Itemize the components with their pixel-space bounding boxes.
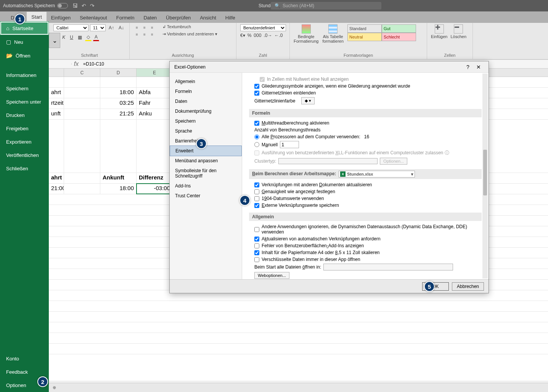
web-options-button[interactable]: Weboptionen... [254, 272, 289, 279]
tab-einfuegen[interactable]: Einfügen [47, 13, 75, 23]
bs-veroeffentlichen[interactable]: Veröffentlichen [0, 149, 49, 162]
chk-1904-dates[interactable] [254, 196, 259, 201]
radio-all-cpu[interactable] [254, 134, 259, 139]
col-d[interactable]: D [100, 69, 137, 77]
collapse-handle[interactable]: ⌄ [49, 33, 60, 48]
startup-folder-input[interactable] [323, 264, 453, 270]
gridline-color-picker[interactable]: ◆ ▾ [301, 97, 315, 104]
font-size-select[interactable]: 11 [90, 24, 106, 31]
decrease-font-icon[interactable]: A↓ [117, 24, 125, 31]
col-c[interactable]: C [64, 69, 100, 77]
bs-oeffnen[interactable]: 📂Öffnen [0, 49, 49, 62]
tab-formeln[interactable]: Formeln [112, 13, 139, 23]
fx-icon[interactable]: fx [72, 61, 81, 67]
style-schlecht[interactable]: Schlecht [382, 33, 416, 41]
toggle-switch-icon[interactable] [57, 3, 68, 8]
radio-manual-threads[interactable] [254, 142, 259, 147]
nav-trust[interactable]: Trust Center [170, 191, 242, 201]
dec-decimal-icon[interactable]: ←.0 [274, 33, 283, 38]
selected-cell[interactable]: -03:00 [137, 184, 173, 194]
chk-precision[interactable] [254, 189, 259, 194]
chk-autolinks-ask[interactable] [254, 237, 259, 242]
tab-ansicht[interactable]: Ansicht [195, 13, 221, 23]
autosave-toggle[interactable]: Automatisches Speichern [3, 3, 68, 8]
redo-icon[interactable]: ↷ [90, 3, 95, 9]
nav-menueband[interactable]: Menüband anpassen [170, 156, 242, 166]
wrap-text-button[interactable]: ↲ Textumbruch [162, 24, 217, 29]
delete-cells-button[interactable]: ➖Löschen [450, 24, 466, 39]
chk-multithread[interactable] [254, 121, 259, 126]
border-icon[interactable]: ▦ [76, 34, 84, 41]
chk-gridlines[interactable] [254, 91, 259, 96]
underline-icon[interactable]: U [68, 34, 75, 41]
tab-seitenlayout[interactable]: Seitenlayout [75, 13, 112, 23]
bs-informationen[interactable]: Informationen [0, 69, 49, 82]
help-button[interactable]: ? [463, 64, 473, 70]
nav-daten[interactable]: Daten [170, 96, 242, 106]
bs-neu[interactable]: ▢Neu [0, 35, 49, 49]
inc-decimal-icon[interactable]: .0→ [264, 33, 272, 38]
tab-ueberpruefen[interactable]: Überprüfen [161, 13, 195, 23]
bs-speichern-unter[interactable]: Speichern unter [0, 95, 49, 109]
currency-icon[interactable]: €▾ [240, 33, 245, 38]
percent-icon[interactable]: % [247, 33, 252, 38]
style-standard[interactable]: Standard [347, 24, 382, 33]
font-color-icon[interactable]: A [93, 34, 99, 41]
nav-sprache[interactable]: Sprache [170, 126, 242, 136]
font-name-select[interactable]: Calibri [53, 24, 88, 31]
name-box[interactable] [49, 63, 72, 65]
nav-formeln[interactable]: Formeln [170, 86, 242, 96]
nav-allgemein[interactable]: Allgemein [170, 77, 242, 86]
comma-icon[interactable]: 000 [254, 33, 261, 38]
chk-encrypted[interactable] [254, 257, 259, 262]
search-box[interactable]: 🔍 Suchen (Alt+M) [271, 2, 381, 10]
increase-font-icon[interactable]: A↑ [107, 24, 116, 31]
undo-icon[interactable]: ↶ [82, 3, 86, 9]
dialog-scrollbar[interactable] [482, 74, 488, 278]
nav-dokumentpruefung[interactable]: Dokumentprüfung [170, 106, 242, 116]
align-bot-icon[interactable]: ≡ [149, 24, 156, 30]
chk-zero[interactable] [260, 77, 265, 82]
conditional-formatting-button[interactable]: Bedingte Formatierung [294, 24, 318, 43]
insert-cells-button[interactable]: ➕Einfügen [431, 24, 447, 39]
bs-freigeben[interactable]: Freigeben [0, 122, 49, 135]
bs-schliessen[interactable]: Schließen [0, 162, 49, 175]
bs-startseite[interactable]: ⌂Startseite [0, 21, 49, 35]
nav-symbolleiste[interactable]: Symbolleiste für den Schnellzugriff [170, 166, 242, 181]
merge-center-button[interactable]: ⇥ Verbinden und zentrieren ▾ [162, 32, 217, 37]
align-right-icon[interactable]: ≡ [149, 31, 156, 37]
align-left-icon[interactable]: ≡ [133, 31, 140, 37]
style-neutral[interactable]: Neutral [347, 33, 382, 41]
align-top-icon[interactable]: ≡ [133, 24, 140, 30]
dialog-content[interactable]: In Zellen mit Nullwert eine Null anzeige… [242, 73, 489, 279]
bs-exportieren[interactable]: Exportieren [0, 135, 49, 149]
italic-icon[interactable]: K [61, 34, 67, 41]
chk-dde[interactable] [254, 227, 259, 232]
cancel-button[interactable]: Abbrechen [452, 282, 484, 291]
number-format-select[interactable]: Benutzerdefiniert [240, 24, 286, 31]
tab-daten[interactable]: Daten [139, 13, 161, 23]
bs-speichern[interactable]: Speichern [0, 82, 49, 95]
bs-drucken[interactable]: Drucken [0, 109, 49, 122]
bs-konto[interactable]: Konto [0, 352, 49, 365]
col-e[interactable]: E [137, 69, 173, 77]
format-as-table-button[interactable]: Als Tabelle formatieren [322, 24, 344, 43]
chk-update-links[interactable] [254, 182, 259, 187]
chk-addin-errors[interactable] [254, 243, 259, 248]
chk-outline-symbols[interactable] [254, 84, 259, 89]
new-sheet-icon[interactable]: ⊕ [53, 385, 56, 390]
select-all-corner[interactable] [49, 69, 64, 77]
manual-threads-input[interactable] [280, 141, 299, 148]
tab-hilfe[interactable]: Hilfe [221, 13, 240, 23]
chk-scale-paper[interactable] [254, 250, 259, 255]
workbook-select[interactable]: XStunden.xlsx▾ [339, 171, 415, 178]
save-icon[interactable]: 🖫 [72, 3, 78, 9]
align-center-icon[interactable]: ≡ [141, 31, 148, 37]
close-button[interactable]: ✕ [473, 64, 484, 70]
fill-color-icon[interactable]: ◇ [85, 34, 92, 41]
nav-erweitert[interactable]: Erweitert [170, 146, 242, 156]
align-mid-icon[interactable]: ≡ [141, 24, 148, 30]
style-gut[interactable]: Gut [382, 24, 416, 33]
nav-addins[interactable]: Add-Ins [170, 181, 242, 191]
nav-speichern[interactable]: Speichern [170, 116, 242, 126]
